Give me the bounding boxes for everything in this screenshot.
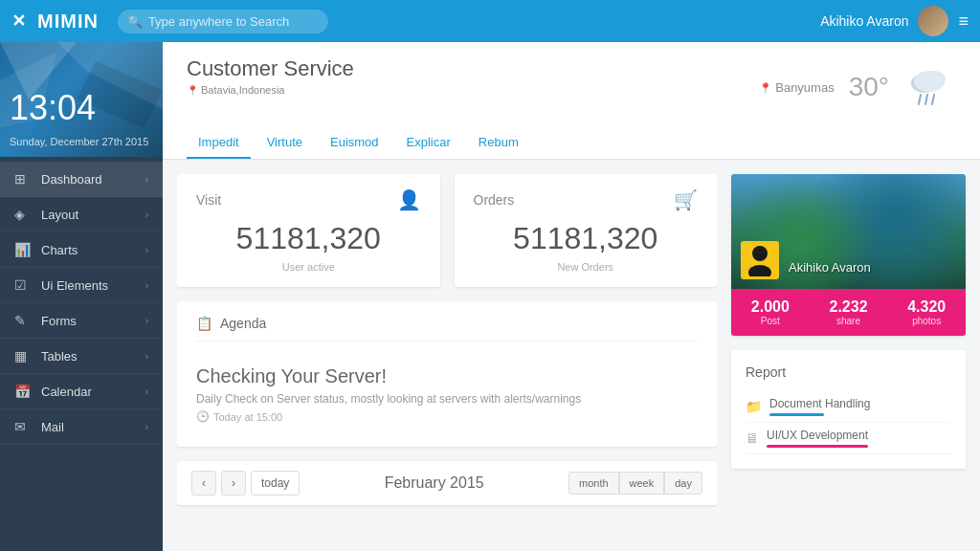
sidebar-item-label: Ui Elements xyxy=(41,278,145,293)
event-time-text: Today at 15:00 xyxy=(213,411,282,423)
tab-euismod[interactable]: Euismod xyxy=(319,127,390,159)
stats-row: Visit 👤 51181,320 User active Orders 🛒 5… xyxy=(177,174,717,287)
orders-card-header: Orders 🛒 xyxy=(474,188,699,211)
sidebar-item-label: Charts xyxy=(41,243,145,257)
layout-icon: ◈ xyxy=(14,207,33,222)
content-area: Visit 👤 51181,320 User active Orders 🛒 5… xyxy=(163,160,980,551)
visit-card-header: Visit 👤 xyxy=(196,188,421,211)
weather-icon xyxy=(903,56,956,118)
calendar-month-view-button[interactable]: month xyxy=(568,472,619,495)
weather-temperature: 30° xyxy=(849,72,889,102)
weather-location-text: Banyumas xyxy=(759,80,834,95)
tables-icon: ▦ xyxy=(14,348,33,364)
search-input[interactable] xyxy=(118,10,328,33)
sidebar-item-label: Forms xyxy=(41,314,145,328)
event-time: 🕒 Today at 15:00 xyxy=(196,410,698,423)
close-button[interactable]: ✕ xyxy=(11,11,26,32)
calendar-day-view-button[interactable]: day xyxy=(664,472,702,495)
report-item-name: Document Handling xyxy=(769,397,951,410)
sidebar-top: 13:04 Sunday, December 27th 2015 xyxy=(0,42,163,157)
calendar-prev-button[interactable]: ‹ xyxy=(191,471,216,496)
sidebar-item-dashboard[interactable]: ⊞ Dashboard › xyxy=(0,162,163,197)
calendar-next-button[interactable]: › xyxy=(221,471,246,496)
agenda-header: 📋 Agenda xyxy=(196,316,698,342)
sidebar-item-label: Tables xyxy=(41,349,145,364)
sidebar-item-forms[interactable]: ✎ Forms › xyxy=(0,303,163,339)
topbar: Customer Service Batavia,Indonesia Banyu… xyxy=(163,42,980,160)
menu-icon[interactable]: ≡ xyxy=(958,11,969,32)
main-content: Customer Service Batavia,Indonesia Banyu… xyxy=(163,42,980,551)
page-title: Customer Service xyxy=(187,56,354,81)
chevron-right-icon: › xyxy=(145,280,148,291)
tab-impedit[interactable]: Impedit xyxy=(187,127,251,159)
sidebar-item-tables[interactable]: ▦ Tables › xyxy=(0,339,163,374)
visit-value: 51181,320 xyxy=(196,221,421,256)
sidebar-date: Sunday, December 27th 2015 xyxy=(10,136,148,147)
report-item-name: UI/UX Development xyxy=(767,429,951,442)
sidebar-item-ui-elements[interactable]: ☑ Ui Elements › xyxy=(0,268,163,303)
calendar-nav: ‹ › today February 2015 month week day xyxy=(177,461,717,505)
profile-share-stat: 2.232 share xyxy=(810,289,888,336)
event-card: Checking Your Server! Daily Check on Ser… xyxy=(196,356,698,432)
ui-elements-icon: ☑ xyxy=(14,277,33,293)
charts-icon: 📊 xyxy=(14,242,33,257)
avatar-silhouette xyxy=(746,244,773,276)
chevron-right-icon: › xyxy=(145,174,148,185)
mail-icon: ✉ xyxy=(14,419,33,434)
sidebar-item-layout[interactable]: ◈ Layout › xyxy=(0,197,163,232)
report-card: Report 📁 Document Handling 🖥 UI/UX Devel… xyxy=(731,350,966,469)
report-item-doc: 📁 Document Handling xyxy=(746,391,951,423)
sidebar: 13:04 Sunday, December 27th 2015 ⊞ Dashb… xyxy=(0,42,163,551)
profile-card: Akihiko Avaron 2.000 Post 2.232 share 4.… xyxy=(731,174,966,336)
report-item-bar xyxy=(769,413,824,416)
svg-line-7 xyxy=(919,95,921,104)
report-item-ux: 🖥 UI/UX Development xyxy=(746,423,951,454)
sidebar-item-mail[interactable]: ✉ Mail › xyxy=(0,409,163,445)
chevron-right-icon: › xyxy=(145,316,148,326)
sidebar-item-calendar[interactable]: 📅 Calendar › xyxy=(0,374,163,409)
orders-value: 51181,320 xyxy=(474,221,699,256)
tab-rebum[interactable]: Rebum xyxy=(467,127,530,159)
calendar-today-button[interactable]: today xyxy=(251,471,300,496)
clock-icon: 🕒 xyxy=(196,410,210,423)
event-title: Checking Your Server! xyxy=(196,365,698,387)
sidebar-time: 13:04 xyxy=(10,88,96,128)
profile-post-stat: 2.000 Post xyxy=(731,289,810,336)
app-header: ✕ MIMIN 🔍 Akihiko Avaron ≡ xyxy=(0,0,980,42)
avatar[interactable] xyxy=(918,6,948,36)
chevron-right-icon: › xyxy=(145,209,148,220)
orders-subtitle: New Orders xyxy=(474,261,699,273)
calendar-arrows: ‹ › today xyxy=(191,471,300,496)
chevron-right-icon: › xyxy=(145,351,148,362)
profile-cover: Akihiko Avaron xyxy=(731,174,966,289)
chevron-right-icon: › xyxy=(145,386,148,397)
report-item-info: UI/UX Development xyxy=(767,429,951,448)
folder-icon: 📁 xyxy=(746,399,762,414)
svg-line-9 xyxy=(932,95,934,104)
sidebar-item-charts[interactable]: 📊 Charts › xyxy=(0,232,163,268)
calendar-week-view-button[interactable]: week xyxy=(619,472,665,495)
user-name: Akihiko Avaron xyxy=(820,13,908,29)
topbar-location: Batavia,Indonesia xyxy=(187,84,354,96)
tab-explicar[interactable]: Explicar xyxy=(395,127,462,159)
dashboard-icon: ⊞ xyxy=(14,171,33,187)
chevron-right-icon: › xyxy=(145,422,148,432)
calendar-view-buttons: month week day xyxy=(568,472,702,495)
report-item-bar xyxy=(767,445,868,448)
report-title: Report xyxy=(746,364,951,380)
sidebar-nav: ⊞ Dashboard › ◈ Layout › 📊 Charts › ☑ Ui… xyxy=(0,157,163,445)
main-layout: 13:04 Sunday, December 27th 2015 ⊞ Dashb… xyxy=(0,42,980,551)
post-label: Post xyxy=(736,316,805,326)
sidebar-item-label: Layout xyxy=(41,208,145,222)
topbar-tabs: Impedit Virtute Euismod Explicar Rebum xyxy=(187,127,956,159)
sidebar-item-label: Calendar xyxy=(41,385,145,399)
weather-location: Banyumas xyxy=(759,78,834,96)
search-icon: 🔍 xyxy=(127,14,143,29)
event-description: Daily Check on Server status, mostly loo… xyxy=(196,392,698,406)
photos-label: photos xyxy=(892,316,961,326)
calendar-icon: 📅 xyxy=(14,384,33,399)
topbar-title-wrap: Customer Service Batavia,Indonesia xyxy=(187,56,354,96)
brand-logo: MIMIN xyxy=(37,11,99,33)
tab-virtute[interactable]: Virtute xyxy=(256,127,314,159)
content-left: Visit 👤 51181,320 User active Orders 🛒 5… xyxy=(177,174,717,544)
